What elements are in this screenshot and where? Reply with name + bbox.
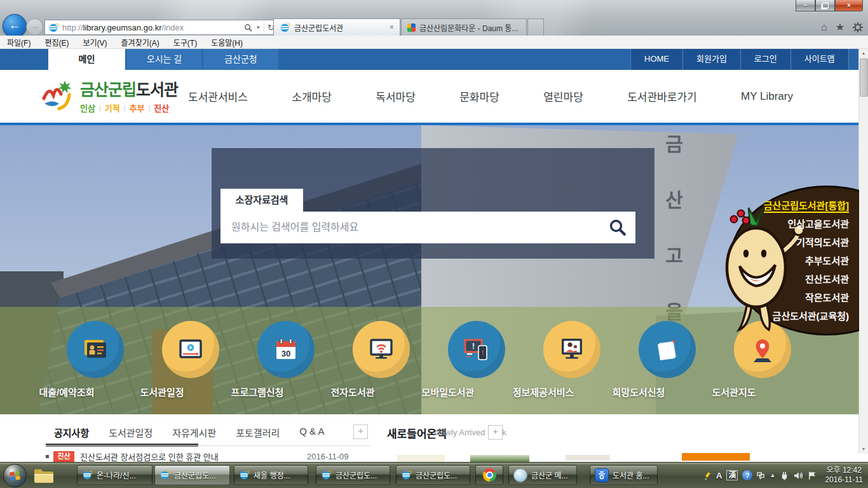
action-center-flag-icon[interactable] bbox=[808, 471, 817, 480]
nav-open[interactable]: 열린마당 bbox=[543, 88, 583, 104]
vertical-scrollbar[interactable]: ▲ ▼ bbox=[858, 48, 868, 454]
library-link-chubu[interactable]: 추부도서관 bbox=[731, 252, 849, 270]
explorer-folder-icon[interactable] bbox=[33, 466, 55, 484]
board-tab-qna[interactable]: Q & A bbox=[299, 426, 324, 439]
minimize-button[interactable]: – bbox=[796, 0, 815, 11]
search-icon[interactable] bbox=[244, 24, 252, 32]
hwp-icon bbox=[595, 468, 609, 482]
tray-expand-icon[interactable]: ▲ bbox=[770, 472, 775, 478]
menu-favorites[interactable]: 즐겨찾기(A) bbox=[114, 37, 166, 48]
calendar-30-icon: 30 bbox=[271, 334, 301, 365]
board-tab-freeboard[interactable]: 자유게시판 bbox=[172, 426, 216, 439]
settings-gear-icon[interactable] bbox=[853, 22, 863, 32]
menu-tools[interactable]: 도구(T) bbox=[166, 37, 204, 48]
quick-ebook-library[interactable] bbox=[353, 321, 410, 378]
nav-introduction[interactable]: 소개마당 bbox=[292, 88, 332, 104]
book-cover[interactable] bbox=[566, 455, 610, 461]
link-home[interactable]: HOME bbox=[630, 48, 682, 70]
close-button[interactable]: × bbox=[835, 0, 863, 11]
taskbar-button-messenger[interactable]: 금산군 메... bbox=[508, 465, 577, 485]
browser-tab-active[interactable]: 금산군립도서관 × bbox=[273, 18, 400, 36]
library-link-education-office[interactable]: 금산도서관(교육청) bbox=[731, 307, 849, 325]
library-link-unified[interactable]: 금산군립도서관[통합] bbox=[731, 196, 849, 215]
ie-icon bbox=[82, 470, 93, 480]
quick-program-apply[interactable]: 30 bbox=[257, 321, 315, 378]
mobile-devices-icon: ! ! bbox=[461, 334, 492, 365]
start-button[interactable] bbox=[3, 464, 27, 487]
catalog-search-input[interactable] bbox=[220, 212, 635, 243]
library-link-insamgoeul[interactable]: 인삼고을도서관 bbox=[731, 215, 849, 233]
nav-reading[interactable]: 독서마당 bbox=[376, 88, 416, 104]
link-signup[interactable]: 회원가입 bbox=[682, 48, 740, 70]
taskbar-button-ie-onnara[interactable]: 온-나라/신... bbox=[77, 465, 153, 485]
restore-button[interactable] bbox=[815, 0, 835, 11]
language-hanja-indicator[interactable]: 漢 bbox=[726, 470, 738, 480]
windows-taskbar: 온-나라/신... 금산군립도... 새올 행정... 금산군립도... 금산군… bbox=[0, 462, 868, 488]
new-tab-button[interactable] bbox=[527, 18, 544, 36]
library-link-jinsan[interactable]: 진산도서관 bbox=[731, 270, 849, 288]
scroll-down-icon[interactable]: ▼ bbox=[859, 444, 868, 454]
library-link-miracle[interactable]: 기적의도서관 bbox=[731, 233, 849, 252]
logo-mark bbox=[39, 78, 74, 112]
taskbar-button-ie-library2[interactable]: 금산군립도... bbox=[316, 465, 390, 485]
scrollbar-thumb[interactable] bbox=[860, 58, 868, 97]
link-login[interactable]: 로그인 bbox=[740, 48, 790, 70]
scroll-up-icon[interactable]: ▲ bbox=[859, 48, 868, 58]
quick-label: 도서관일정 bbox=[111, 385, 213, 398]
library-link-small[interactable]: 작은도서관 bbox=[731, 288, 849, 307]
divider bbox=[264, 22, 264, 32]
topbar-tab-directions[interactable]: 오시는 길 bbox=[126, 48, 202, 70]
speaker-icon[interactable] bbox=[794, 471, 803, 480]
topbar-tab-county[interactable]: 금산군청 bbox=[203, 48, 278, 70]
language-pencil-icon[interactable] bbox=[703, 471, 712, 480]
menu-edit[interactable]: 편집(E) bbox=[37, 37, 76, 48]
quick-info-service[interactable] bbox=[543, 321, 600, 378]
quick-book-request[interactable] bbox=[639, 321, 696, 378]
logo-text-green: 금산군립 bbox=[80, 81, 136, 98]
book-cover[interactable] bbox=[682, 453, 750, 461]
newbooks-more-button[interactable]: + bbox=[488, 425, 503, 440]
notice-date: 2016-11-09 bbox=[307, 452, 349, 461]
taskbar-button-ie-library-active[interactable]: 금산군립도... bbox=[154, 465, 230, 485]
quick-library-schedule[interactable] bbox=[162, 321, 219, 378]
home-icon[interactable]: ⌂ bbox=[821, 22, 827, 33]
tab-close-icon[interactable]: × bbox=[390, 23, 394, 32]
menu-view[interactable]: 보기(V) bbox=[76, 37, 114, 48]
taskbar-button-ie-library3[interactable]: 금산군립도... bbox=[396, 465, 470, 485]
nav-my-library[interactable]: MY Library bbox=[741, 90, 793, 103]
site-logo[interactable]: 금산군립도서관 인삼| 기적| 추부| 진산 bbox=[39, 77, 178, 114]
favorites-star-icon[interactable]: ★ bbox=[836, 21, 844, 33]
power-plug-icon[interactable] bbox=[780, 471, 789, 480]
quick-mobile-library[interactable]: ! ! bbox=[448, 321, 505, 378]
notice-list-item[interactable]: 진산 진산도서관 장서점검으로 인한 휴관 안내 2016-11-09 bbox=[46, 451, 370, 463]
back-button[interactable]: ← bbox=[3, 14, 27, 38]
board-more-button[interactable]: + bbox=[353, 424, 368, 439]
board-tab-gallery[interactable]: 포토갤러리 bbox=[236, 426, 280, 439]
url-domain: library.geumsan.go.kr bbox=[83, 23, 162, 32]
link-sitemap[interactable]: 사이트맵 bbox=[790, 48, 849, 70]
quick-loan-lookup[interactable] bbox=[67, 321, 124, 378]
forward-button[interactable]: → bbox=[26, 18, 43, 36]
address-bar[interactable]: http://library.geumsan.go.kr/index ▼ ↻ bbox=[44, 20, 278, 35]
display-switch-icon[interactable] bbox=[757, 471, 765, 480]
url-scheme: http:// bbox=[62, 23, 83, 32]
taskbar-button-ie-saeol[interactable]: 새올 행정... bbox=[234, 465, 308, 485]
search-tab-label[interactable]: 소장자료검색 bbox=[220, 189, 303, 212]
menu-help[interactable]: 도움말(H) bbox=[204, 37, 250, 48]
language-a-indicator[interactable]: A bbox=[716, 471, 722, 480]
nav-library-shortcuts[interactable]: 도서관바로가기 bbox=[627, 88, 696, 104]
clock-time: 오후 12:42 bbox=[825, 466, 863, 475]
topbar-tab-main[interactable]: 메인 bbox=[48, 48, 125, 70]
taskbar-button-hwp[interactable]: 도서관 홈... bbox=[590, 465, 658, 485]
board-tab-schedule[interactable]: 도서관일정 bbox=[109, 426, 153, 439]
nav-library-services[interactable]: 도서관서비스 bbox=[188, 88, 248, 104]
help-icon[interactable]: ? bbox=[742, 470, 752, 480]
board-tab-notice[interactable]: 공지사항 bbox=[54, 426, 89, 439]
taskbar-clock[interactable]: 오후 12:42 2016-11-11 bbox=[825, 466, 863, 485]
taskbar-button-chrome[interactable] bbox=[475, 465, 503, 485]
search-submit-icon[interactable] bbox=[609, 219, 627, 236]
search-dropdown-icon[interactable]: ▼ bbox=[255, 25, 261, 30]
browser-tab-background[interactable]: 금산산림문화타운 - Daum 통... bbox=[401, 18, 527, 36]
menu-file[interactable]: 파일(F) bbox=[0, 37, 37, 48]
nav-culture[interactable]: 문화마당 bbox=[459, 88, 499, 104]
